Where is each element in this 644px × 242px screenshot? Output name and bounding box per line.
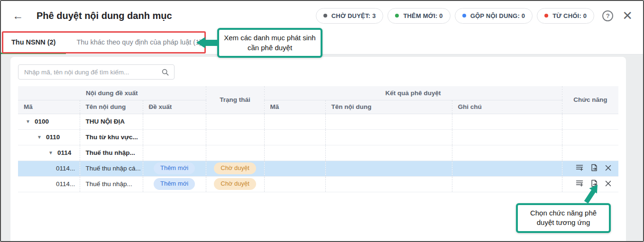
result-code-cell	[264, 176, 325, 192]
table-group-header-row: Nội dung đề xuất Trạng thái Kết quả phê …	[18, 86, 618, 100]
row-code: 0114...	[56, 180, 75, 188]
table-row[interactable]: 0114... Thuế thu nhập... Thêm mới Chờ du…	[18, 176, 618, 192]
tabs-highlight-box	[2, 31, 206, 54]
group-header-proposal: Nội dung đề xuất	[18, 86, 206, 100]
callout-arrow-left-icon	[196, 37, 205, 48]
note-cell	[452, 114, 562, 129]
actions-callout: Chọn chức năng phê duyệt tương ứng	[516, 203, 611, 233]
reject-x-icon[interactable]	[605, 180, 612, 187]
status-cell: Chờ duyệt	[206, 176, 264, 192]
badge-them-moi: THÊM MỚI: 0	[387, 8, 450, 24]
status-cell	[206, 129, 264, 145]
table-row-selected[interactable]: 0114... Thuế thu nhập cá... Thêm mới Chờ…	[18, 161, 618, 176]
badge-label: THÊM MỚI: 0	[403, 12, 442, 19]
merge-document-icon[interactable]	[590, 163, 598, 172]
code-cell: 0114...	[18, 161, 80, 176]
approval-window: ← Phê duyệt nội dung danh mục CHỜ DUYỆT:…	[0, 0, 644, 242]
expand-caret-icon[interactable]: ▼	[37, 134, 42, 140]
group-header-actions: Chức năng	[562, 86, 618, 114]
note-cell	[452, 176, 562, 192]
badge-label: GỘP NỘI DUNG: 0	[470, 12, 525, 19]
blue-dot-icon	[462, 14, 466, 18]
red-dot-icon	[544, 14, 548, 18]
green-dot-icon	[395, 14, 399, 18]
proposal-cell	[143, 114, 206, 129]
status-cell	[206, 145, 264, 161]
gray-dot-icon	[323, 14, 327, 18]
expand-caret-icon[interactable]: ▼	[48, 150, 53, 155]
col-header-note: Ghi chú	[452, 100, 562, 114]
proposal-cell: Thêm mới	[143, 161, 206, 176]
col-header-result-name: Tên nội dung	[325, 100, 452, 114]
actions-cell	[562, 129, 618, 145]
actions-cell	[562, 161, 618, 176]
name-cell: Thuế thu nhập...	[80, 176, 143, 192]
row-code: 0114	[57, 149, 71, 156]
group-header-status: Trạng thái	[206, 86, 264, 114]
table-row[interactable]: ▼0110 Thu từ khu vực...	[18, 129, 618, 145]
result-code-cell	[264, 145, 325, 161]
note-cell	[452, 145, 562, 161]
col-header-code: Mã	[18, 100, 80, 114]
callout-arrow-up-right-icon	[580, 183, 604, 206]
name-cell: Thu từ khu vực...	[80, 129, 143, 145]
help-icon[interactable]: ?	[602, 10, 613, 21]
result-code-cell	[264, 114, 325, 129]
search-icon[interactable]	[161, 68, 169, 76]
badge-label: TỪ CHỐI: 0	[552, 12, 587, 19]
badge-label: CHỜ DUYỆT: 3	[331, 12, 376, 19]
name-cell: THU NỘI ĐỊA	[80, 114, 143, 129]
table-row[interactable]: ▼0100 THU NỘI ĐỊA	[18, 114, 618, 129]
badge-cho-duyet: CHỜ DUYỆT: 3	[316, 8, 384, 24]
group-header-result: Kết quả phê duyệt	[264, 86, 562, 100]
page-title: Phê duyệt nội dung danh mục	[37, 10, 172, 21]
proposal-cell	[143, 129, 206, 145]
actions-cell	[562, 145, 618, 161]
row-code: 0100	[35, 118, 49, 125]
note-cell	[452, 161, 562, 176]
badge-gop-noi-dung: GỘP NỘI DUNG: 0	[455, 8, 533, 24]
proposal-badge: Thêm mới	[154, 178, 195, 189]
status-cell: Chờ duyệt	[206, 161, 264, 176]
back-arrow-icon[interactable]: ←	[12, 10, 23, 21]
proposal-cell	[143, 145, 206, 161]
search-box	[18, 64, 175, 80]
code-cell: ▼0114	[18, 145, 80, 161]
status-badge: Chờ duyệt	[214, 162, 256, 174]
name-cell: Thuế thu nhập...	[80, 145, 143, 161]
status-cell	[206, 114, 264, 129]
tabs-callout: Xem các danh mục phát sinh cần phê duyệt	[217, 28, 322, 58]
result-name-cell	[325, 114, 452, 129]
note-cell	[452, 129, 562, 145]
code-cell: 0114...	[18, 176, 80, 192]
result-name-cell	[325, 129, 452, 145]
row-code: 0110	[46, 134, 60, 141]
proposal-badge: Thêm mới	[154, 162, 195, 174]
actions-cell	[562, 114, 618, 129]
result-code-cell	[264, 161, 325, 176]
status-badge: Chờ duyệt	[214, 178, 256, 189]
proposal-cell: Thêm mới	[143, 176, 206, 192]
search-input[interactable]	[24, 69, 161, 76]
table-row[interactable]: ▼0114 Thuế thu nhập...	[18, 145, 618, 161]
row-code: 0114...	[56, 165, 75, 172]
code-cell: ▼0100	[18, 114, 80, 129]
approval-table: Nội dung đề xuất Trạng thái Kết quả phê …	[18, 86, 618, 192]
playlist-add-icon[interactable]	[575, 163, 584, 172]
col-header-proposal: Đề xuất	[143, 100, 206, 114]
result-name-cell	[325, 145, 452, 161]
callout-arrow-shaft	[205, 40, 218, 46]
col-header-name: Tên nội dung	[80, 100, 143, 114]
result-name-cell	[325, 176, 452, 192]
col-header-result-code: Mã	[264, 100, 325, 114]
expand-caret-icon[interactable]: ▼	[26, 119, 30, 124]
header: ← Phê duyệt nội dung danh mục CHỜ DUYỆT:…	[1, 1, 643, 30]
result-code-cell	[264, 129, 325, 145]
reject-x-icon[interactable]	[605, 164, 612, 171]
result-name-cell	[325, 161, 452, 176]
code-cell: ▼0110	[18, 129, 80, 145]
header-badges: CHỜ DUYỆT: 3 THÊM MỚI: 0 GỘP NỘI DUNG: 0…	[316, 8, 635, 24]
name-cell: Thuế thu nhập cá...	[80, 161, 143, 176]
badge-tu-choi: TỪ CHỐI: 0	[537, 8, 594, 24]
close-icon[interactable]: ✕	[622, 9, 633, 22]
